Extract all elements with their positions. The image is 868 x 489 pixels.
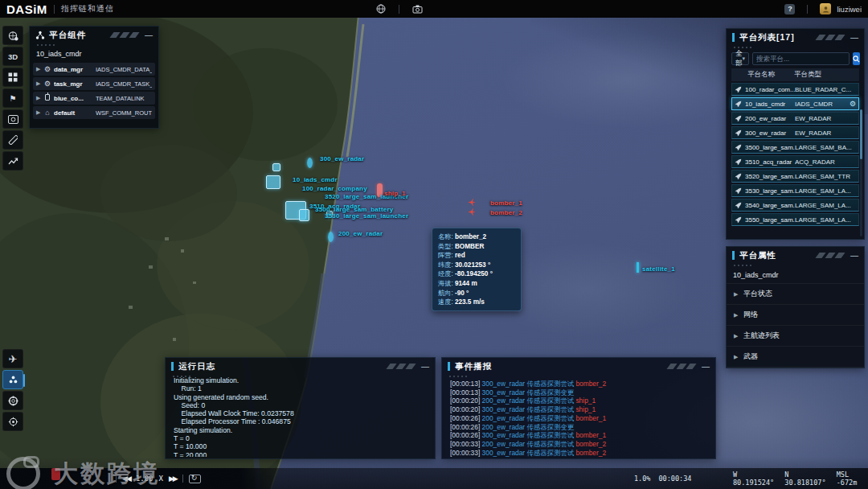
panel-decoration [385, 364, 414, 369]
event-target: bomber_1 [575, 414, 606, 422]
platform-row[interactable]: 3540_large_sam...LARGE_SAM_LA... [731, 199, 859, 212]
tooltip-row: 速度: 223.5 m/s [438, 298, 515, 307]
caret-icon[interactable]: ▶ [734, 291, 743, 298]
divider [182, 475, 183, 483]
help-button[interactable]: ? [784, 4, 795, 14]
minimize-button[interactable]: — [850, 252, 858, 260]
bomber-marker[interactable] [467, 208, 477, 216]
property-section[interactable]: ▶主航迹列表 [727, 326, 864, 347]
component-item[interactable]: ▶⚙data_mgrIADS_CMDR_DATA_M... [33, 63, 155, 76]
component-name: data_mgr [54, 66, 96, 73]
platform-row[interactable]: 3510_acq_radarACQ_RADAR [731, 155, 859, 168]
globe-settings-button[interactable] [2, 26, 23, 45]
filter-dropdown[interactable]: 全部 ▾ [731, 52, 749, 65]
platform-row[interactable]: 3520_large_sam...LARGE_SAM_TTR [731, 170, 859, 183]
platform-row[interactable]: 10_iads_cmdrIADS_CMDR⚙ [731, 97, 859, 110]
radar-marker[interactable] [307, 158, 313, 168]
platform-row[interactable]: 3550_large_sam...LARGE_SAM_LA... [731, 213, 859, 226]
layout-grid-button[interactable] [2, 68, 23, 87]
rocket-icon [735, 158, 745, 166]
event-action: 传感器探测尝试 [526, 414, 575, 422]
entity-tooltip: 名称: bomber_2类型: BOMBER阵营: red纬度: 30.0212… [432, 228, 522, 311]
unit-marker[interactable] [272, 163, 280, 171]
log-line: Elapsed Processor Time : 0.046875 [174, 417, 427, 425]
property-section[interactable]: ▶网络 [727, 305, 864, 326]
map-entity-label[interactable]: 200_ew_radar [338, 230, 383, 237]
wheel-settings-button[interactable] [2, 391, 23, 410]
platform-row[interactable]: 3530_large_sam...LARGE_SAM_LA... [731, 184, 859, 197]
component-name: task_mgr [54, 80, 96, 88]
bomber-marker[interactable] [467, 198, 477, 207]
minimize-button[interactable]: — [145, 31, 153, 39]
reset-view-button[interactable] [189, 475, 201, 483]
platform-row[interactable]: 300_ew_radarEW_RADAR [731, 126, 859, 139]
platform-name: 3530_large_sam... [745, 187, 795, 195]
screenshot-button[interactable] [2, 109, 23, 129]
measure-button[interactable] [2, 130, 23, 150]
platform-row[interactable]: 100_radar_com...BLUE_RADAR_C... [731, 83, 859, 96]
caret-icon[interactable]: ▶ [36, 95, 43, 101]
scrollbar-thumb[interactable] [860, 109, 862, 159]
rewind-button[interactable]: ◀◀ [122, 475, 130, 483]
divider [116, 475, 117, 483]
map-entity-label[interactable]: 3530_large_sam_launcher [325, 212, 408, 220]
scrollbar[interactable] [860, 109, 862, 236]
caret-icon[interactable]: ▶ [734, 354, 743, 360]
panel-decoration [734, 47, 753, 48]
log-line: Elapsed Wall Clock Time: 0.0237578 [174, 409, 427, 417]
map-entity-label[interactable]: satellite_1 [642, 265, 675, 273]
caret-icon[interactable]: ▶ [36, 109, 43, 116]
caret-icon[interactable]: ▶ [734, 312, 743, 318]
platform-name: 3540_large_sam... [745, 202, 795, 209]
search-button[interactable] [853, 52, 860, 65]
filter-selected-value: 全部 [735, 49, 743, 68]
app-window: 300_ew_radar10_iads_cmdr100_radar_compan… [0, 0, 868, 489]
property-section[interactable]: ▶平台状态 [727, 284, 864, 305]
caret-icon[interactable]: ▶ [734, 333, 743, 339]
unit-marker[interactable] [266, 175, 280, 189]
minimize-button[interactable]: — [850, 34, 858, 42]
radar-marker[interactable] [328, 232, 334, 242]
component-item[interactable]: ▶⚙task_mgrIADS_CMDR_TASK_MGR [33, 77, 155, 90]
3d-view-button[interactable]: 3D [2, 47, 23, 66]
event-feed-output[interactable]: [00:00:13] 300_ew_radar 传感器探测尝试 bomber_2… [442, 379, 715, 458]
platform-row[interactable]: 3500_large_sam...LARGE_SAM_BA... [731, 141, 859, 154]
event-time: [00:00:13] [450, 388, 482, 397]
unit-marker[interactable] [299, 209, 309, 221]
map-entity-label[interactable]: 300_ew_radar [320, 155, 364, 162]
map-entity-label[interactable]: bomber_1 [490, 199, 522, 207]
top-bar: DASiM 指挥链和通信 ? liuziwei [0, 0, 868, 18]
event-target: bomber_2 [575, 449, 606, 457]
trend-chart-button[interactable] [2, 151, 23, 171]
target-center-button[interactable] [2, 412, 23, 431]
satellite-marker[interactable] [637, 262, 639, 273]
flag-button[interactable]: ⚑ [2, 88, 23, 108]
avatar[interactable] [820, 3, 831, 14]
map-entity-label[interactable]: 100_radar_company [302, 185, 367, 192]
rocket-icon [735, 202, 745, 209]
event-line: [00:00:13] 300_ew_radar 传感器探测变更 [450, 388, 707, 397]
cluster-layer-button[interactable] [2, 370, 23, 389]
minimize-button[interactable]: — [702, 363, 710, 371]
caret-icon[interactable]: ▶ [36, 80, 43, 87]
camera-icon[interactable] [412, 5, 423, 14]
map-entity-label[interactable]: bomber_2 [490, 209, 522, 216]
component-item[interactable]: ▶⌂defaultWSF_COMM_ROUTER [33, 106, 155, 119]
fast-forward-button[interactable]: ▶▶ [169, 475, 177, 483]
map-entity-label[interactable]: ship_1 [384, 190, 406, 197]
globe-icon[interactable] [376, 4, 386, 14]
platform-row[interactable]: 200_ew_radarEW_RADAR [731, 112, 859, 125]
run-log-output[interactable]: Initializing simulation. Run: 1Using gen… [166, 376, 435, 457]
property-section[interactable]: ▶武器 [727, 347, 864, 368]
aircraft-layer-button[interactable]: ✈ [2, 349, 23, 368]
event-time: [00:00:20] [450, 405, 482, 413]
map-entity-label[interactable]: 10_iads_cmdr [293, 176, 338, 183]
minimize-button[interactable]: — [421, 363, 429, 371]
event-action: 传感器探测变更 [526, 423, 574, 431]
component-type: IADS_CMDR_TASK_MGR [96, 80, 152, 88]
component-item[interactable]: ▶blue_co...TEAM_DATALINK [33, 92, 155, 105]
gear-icon[interactable]: ⚙ [850, 100, 856, 108]
caret-icon[interactable]: ▶ [36, 66, 43, 72]
search-input[interactable] [752, 52, 850, 65]
platform-type: EW_RADAR [795, 115, 856, 122]
